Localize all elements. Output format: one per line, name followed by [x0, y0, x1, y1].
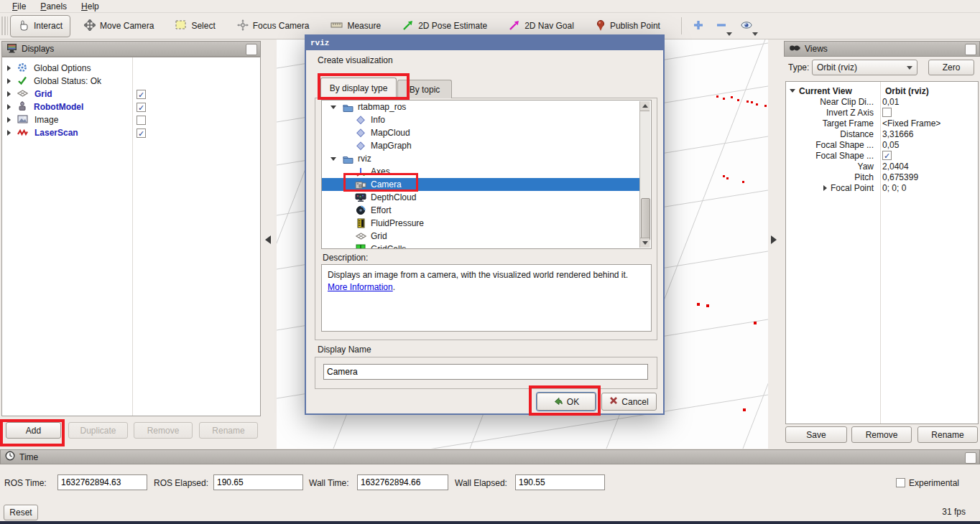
views-row-invert-z[interactable]: Invert Z Axis	[786, 107, 978, 118]
select-tool-button[interactable]: Select	[167, 16, 223, 37]
select-box-icon	[175, 20, 187, 32]
duplicate-display-button[interactable]: Duplicate	[68, 422, 128, 439]
expander-icon[interactable]	[330, 157, 336, 161]
remove-display-button[interactable]: Remove	[134, 422, 193, 439]
cancel-button[interactable]: Cancel	[601, 393, 657, 411]
tree-row-rtabmap-ros[interactable]: rtabmap_ros	[322, 100, 641, 113]
remove-tool-dropdown-arrow[interactable]	[726, 32, 732, 36]
left-panel-collapse-handle[interactable]	[265, 235, 271, 244]
views-row-near-clip[interactable]: Near Clip Di...0,01	[786, 96, 978, 107]
display-row-robotmodel[interactable]: RobotModel ✓	[2, 100, 260, 113]
views-row-current-view[interactable]: Current View Orbit (rviz)	[786, 85, 978, 96]
wall-time-field[interactable]	[357, 474, 448, 490]
rename-display-button[interactable]: Rename	[199, 422, 258, 439]
tool-visibility-dropdown-arrow[interactable]	[752, 32, 758, 36]
reset-button[interactable]: Reset	[4, 505, 38, 520]
panel-float-button[interactable]	[965, 44, 976, 55]
tab-by-topic[interactable]: By topic	[397, 80, 452, 98]
focal-shape-checkbox[interactable]: ✓	[882, 151, 892, 160]
expander-icon[interactable]	[330, 106, 336, 109]
tree-row-depthcloud[interactable]: DepthCloud	[322, 191, 641, 204]
menu-panels[interactable]: Panels	[34, 1, 73, 12]
views-row-yaw[interactable]: Yaw2,0404	[786, 161, 978, 172]
grid-visibility-checkbox[interactable]: ✓	[137, 90, 146, 99]
toolbar-grip[interactable]	[1, 17, 8, 35]
more-information-link[interactable]: More Information	[328, 282, 393, 292]
views-row-distance[interactable]: Distance3,31666	[786, 128, 978, 139]
description-label: Description:	[323, 253, 368, 263]
wall-elapsed-field[interactable]	[515, 474, 605, 490]
tree-row-gridcells[interactable]: GridCells	[322, 243, 641, 249]
display-type-tree[interactable]: rtabmap_ros Info MapCloud MapGraph	[321, 100, 652, 249]
expander-icon[interactable]	[7, 117, 11, 123]
remove-view-button[interactable]: Remove	[851, 426, 912, 443]
display-row-laserscan[interactable]: LaserScan ✓	[2, 126, 260, 139]
views-row-focal-shape-fixed[interactable]: Focal Shape ...✓	[786, 150, 978, 161]
views-panel-titlebar[interactable]: Views	[784, 41, 980, 57]
robotmodel-visibility-checkbox[interactable]: ✓	[137, 103, 146, 112]
expander-icon[interactable]	[7, 130, 11, 136]
tree-row-mapgraph[interactable]: MapGraph	[322, 139, 641, 152]
tab-by-display-type[interactable]: By display type	[320, 78, 397, 98]
tree-row-camera[interactable]: Camera	[322, 178, 641, 191]
tree-row-info[interactable]: Info	[322, 113, 641, 126]
ok-button[interactable]: OK	[537, 393, 596, 411]
experimental-checkbox[interactable]	[896, 478, 905, 487]
laserscan-visibility-checkbox[interactable]: ✓	[137, 128, 146, 138]
expander-icon[interactable]	[7, 65, 11, 71]
pose-estimate-tool-button[interactable]: 2D Pose Estimate	[394, 15, 495, 37]
display-name-input[interactable]	[323, 364, 648, 380]
display-row-image[interactable]: Image	[2, 113, 260, 126]
right-panel-collapse-handle[interactable]	[771, 235, 777, 244]
tree-row-effort[interactable]: Effort	[322, 204, 641, 217]
expander-icon[interactable]	[7, 78, 11, 84]
tree-row-axes[interactable]: Axes	[322, 165, 641, 178]
scroll-down-button[interactable]	[640, 238, 650, 248]
display-row-global-options[interactable]: Global Options	[2, 62, 260, 75]
ros-elapsed-field[interactable]	[213, 474, 303, 490]
scroll-up-button[interactable]	[640, 101, 650, 111]
expander-icon[interactable]	[790, 89, 795, 93]
add-tool-button[interactable]	[689, 15, 708, 37]
dialog-titlebar[interactable]: rviz	[306, 36, 663, 50]
nav-goal-tool-button[interactable]: 2D Nav Goal	[501, 15, 582, 37]
time-panel-titlebar[interactable]: Time	[0, 449, 980, 464]
expander-icon[interactable]	[7, 91, 11, 97]
zero-view-button[interactable]: Zero	[928, 60, 974, 75]
save-view-button[interactable]: Save	[785, 426, 847, 443]
axes-icon	[355, 167, 366, 177]
tree-scrollbar[interactable]	[639, 101, 650, 248]
panel-float-button[interactable]	[246, 44, 257, 55]
move-camera-tool-button[interactable]: Move Camera	[76, 15, 162, 37]
focus-camera-tool-button[interactable]: Focus Camera	[229, 15, 318, 37]
views-row-target-frame[interactable]: Target Frame<Fixed Frame>	[786, 118, 978, 128]
view-type-select[interactable]: Orbit (rviz)	[812, 60, 917, 75]
displays-list: Global Options Global Status: Ok Grid ✓	[1, 57, 261, 416]
views-row-pitch[interactable]: Pitch0,675399	[786, 172, 978, 182]
ros-time-label: ROS Time:	[4, 478, 47, 488]
interact-hand-icon	[18, 19, 29, 33]
displays-panel-titlebar[interactable]: Displays	[1, 41, 261, 57]
scrollbar-thumb[interactable]	[641, 198, 650, 240]
add-display-button[interactable]: Add	[6, 422, 61, 439]
tree-row-rviz[interactable]: rviz	[322, 152, 641, 165]
views-row-focal-shape-size[interactable]: Focal Shape ...0,05	[786, 139, 978, 150]
menu-help[interactable]: Help	[75, 1, 106, 12]
display-row-global-status[interactable]: Global Status: Ok	[2, 75, 260, 88]
tree-row-mapcloud[interactable]: MapCloud	[322, 126, 641, 139]
display-row-grid[interactable]: Grid ✓	[2, 88, 260, 100]
expander-icon[interactable]	[7, 104, 11, 110]
invert-z-checkbox[interactable]	[882, 108, 892, 117]
measure-tool-button[interactable]: Measure	[323, 17, 389, 35]
ros-time-field[interactable]	[57, 474, 147, 490]
expander-icon[interactable]	[823, 185, 827, 191]
interact-tool-button[interactable]: Interact	[10, 15, 70, 37]
rename-view-button[interactable]: Rename	[917, 426, 978, 443]
panel-float-button[interactable]	[965, 452, 976, 464]
tree-row-grid[interactable]: Grid	[322, 230, 641, 243]
views-row-focal-point[interactable]: Focal Point0; 0; 0	[786, 182, 978, 193]
tree-row-fluidpressure[interactable]: FluidPressure	[322, 217, 641, 230]
menu-file[interactable]: File	[6, 1, 32, 12]
publish-point-tool-button[interactable]: Publish Point	[588, 15, 668, 37]
image-visibility-checkbox[interactable]	[137, 116, 146, 125]
